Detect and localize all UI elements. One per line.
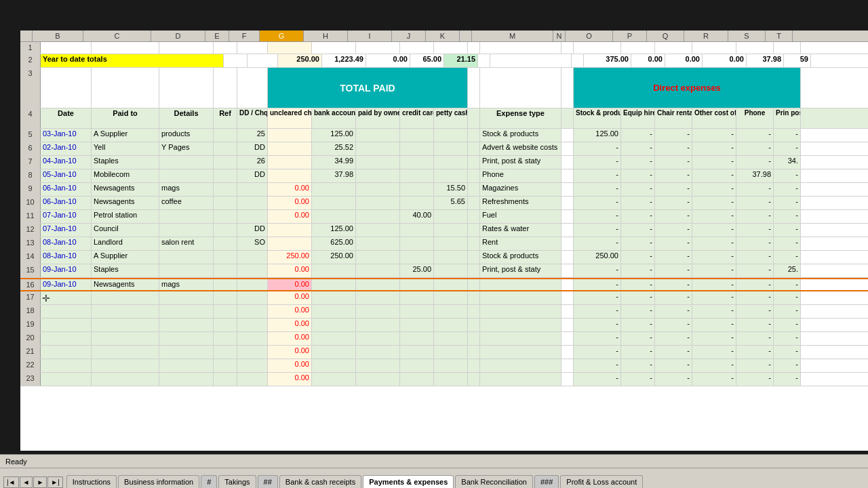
cell-g-5[interactable] <box>268 129 312 142</box>
cell-k-14[interactable] <box>434 251 468 264</box>
cell-b-10[interactable]: 06-Jan-10 <box>41 197 92 209</box>
cell-p-10[interactable]: - <box>621 197 655 209</box>
col-header-f[interactable]: F <box>229 30 260 41</box>
cell-n-12[interactable] <box>561 224 574 237</box>
cell-p2[interactable]: 0.00 <box>631 54 665 67</box>
cell-r-12[interactable]: - <box>692 224 736 237</box>
cell-q-12[interactable]: - <box>655 224 692 237</box>
cell-q-6[interactable]: - <box>655 142 692 155</box>
cell-l-13[interactable] <box>468 237 480 250</box>
cell-g-6[interactable] <box>268 142 312 155</box>
cell-l-11[interactable] <box>468 210 480 223</box>
cell-q-13[interactable]: - <box>655 237 692 250</box>
cell-l-9[interactable] <box>468 183 480 196</box>
cell-d-10[interactable]: coffee <box>159 197 214 209</box>
cell-b-15[interactable]: 09-Jan-10 <box>41 264 92 277</box>
cell-s1[interactable] <box>736 42 774 54</box>
cell-m2[interactable] <box>490 54 572 67</box>
col-header-j[interactable]: J <box>392 30 426 41</box>
cell-g-13[interactable] <box>268 237 312 250</box>
cell-p-7[interactable]: - <box>621 156 655 169</box>
cell-e-7[interactable] <box>214 156 237 169</box>
cell-c-21[interactable] <box>92 346 159 359</box>
cell-c-16[interactable]: Newsagents <box>92 279 159 290</box>
cell-g-14[interactable]: 250.00 <box>268 251 312 264</box>
cell-c1[interactable] <box>92 42 159 54</box>
cell-s-10[interactable]: - <box>736 197 774 209</box>
cell-h-18[interactable] <box>312 305 356 318</box>
cell-l-14[interactable] <box>468 251 480 264</box>
cell-c-6[interactable]: Yell <box>92 142 159 155</box>
cell-e1[interactable] <box>214 42 237 54</box>
cell-j-19[interactable] <box>400 319 434 331</box>
cell-g-16[interactable]: 0.00 <box>268 279 312 290</box>
cell-f-13[interactable]: SO <box>237 237 268 250</box>
cell-t-15[interactable]: 25. <box>774 264 801 277</box>
cell-e-20[interactable] <box>214 332 237 345</box>
col-header-m[interactable]: M <box>472 30 553 41</box>
cell-n-23[interactable] <box>561 373 574 386</box>
cell-b-7[interactable]: 04-Jan-10 <box>41 156 92 169</box>
cell-p-11[interactable]: - <box>621 210 655 223</box>
cell-f-17[interactable] <box>237 291 268 304</box>
cell-i-8[interactable] <box>356 169 400 182</box>
col-header-r[interactable]: R <box>684 30 728 41</box>
cell-f-16[interactable] <box>237 279 268 290</box>
cell-h-5[interactable]: 125.00 <box>312 129 356 142</box>
cell-c-19[interactable] <box>92 319 159 331</box>
cell-f-9[interactable] <box>237 183 268 196</box>
cell-h-9[interactable] <box>312 183 356 196</box>
cell-t-13[interactable]: - <box>774 237 801 250</box>
cell-e3[interactable] <box>214 68 237 108</box>
cell-f-10[interactable] <box>237 197 268 209</box>
col-header-h[interactable]: H <box>304 30 348 41</box>
cell-s-21[interactable]: - <box>736 346 774 359</box>
cell-m-8[interactable]: Phone <box>480 169 561 182</box>
cell-r-14[interactable]: - <box>692 251 736 264</box>
col-header-b[interactable]: B <box>33 30 83 41</box>
cell-s-12[interactable]: - <box>736 224 774 237</box>
cell-q-14[interactable]: - <box>655 251 692 264</box>
cell-s-22[interactable]: - <box>736 359 774 372</box>
cell-e-14[interactable] <box>214 251 237 264</box>
cell-d-6[interactable]: Y Pages <box>159 142 214 155</box>
cell-j-18[interactable] <box>400 305 434 318</box>
cell-f2[interactable] <box>248 54 278 67</box>
cell-c-18[interactable] <box>92 305 159 318</box>
cell-r-10[interactable]: - <box>692 197 736 209</box>
cell-n-19[interactable] <box>561 319 574 331</box>
cell-d-7[interactable] <box>159 156 214 169</box>
cell-t-11[interactable]: - <box>774 210 801 223</box>
col-header-t[interactable]: T <box>766 30 793 41</box>
tab-Takings[interactable]: Takings <box>218 475 256 488</box>
cell-g-7[interactable] <box>268 156 312 169</box>
cell-e-13[interactable] <box>214 237 237 250</box>
cell-j-6[interactable] <box>400 142 434 155</box>
cell-o-11[interactable]: - <box>574 210 621 223</box>
cell-l-12[interactable] <box>468 224 480 237</box>
cell-l3[interactable] <box>468 68 480 108</box>
cell-t-17[interactable]: - <box>774 291 801 304</box>
cell-n-11[interactable] <box>561 210 574 223</box>
cell-j-17[interactable] <box>400 291 434 304</box>
cell-r-19[interactable]: - <box>692 319 736 331</box>
cell-p-6[interactable]: - <box>621 142 655 155</box>
cell-i-13[interactable] <box>356 237 400 250</box>
cell-n-21[interactable] <box>561 346 574 359</box>
cell-s-7[interactable]: - <box>736 156 774 169</box>
cell-i-20[interactable] <box>356 332 400 345</box>
cell-h-13[interactable]: 625.00 <box>312 237 356 250</box>
cell-k-21[interactable] <box>434 346 468 359</box>
cell-r-11[interactable]: - <box>692 210 736 223</box>
cell-l-15[interactable] <box>468 264 480 277</box>
col-header-i[interactable]: I <box>348 30 392 41</box>
cell-f-5[interactable]: 25 <box>237 129 268 142</box>
cell-h-17[interactable] <box>312 291 356 304</box>
cell-k-6[interactable] <box>434 142 468 155</box>
col-header-c[interactable]: C <box>83 30 151 41</box>
nav-next[interactable]: ► <box>33 476 47 488</box>
cell-e-9[interactable] <box>214 183 237 196</box>
cell-q-20[interactable]: - <box>655 332 692 345</box>
cell-m-15[interactable]: Print, post & staty <box>480 264 561 277</box>
cell-d-18[interactable] <box>159 305 214 318</box>
